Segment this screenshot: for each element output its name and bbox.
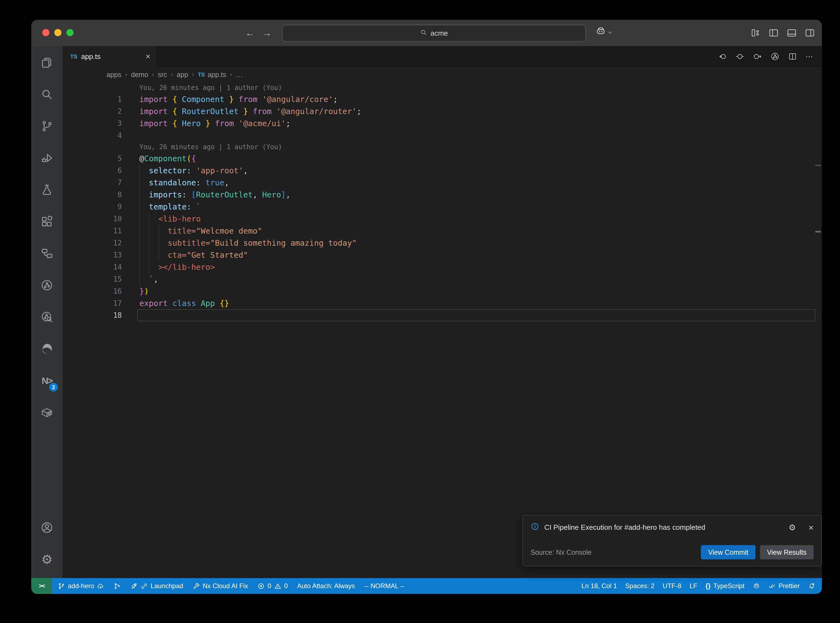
- breadcrumb-item-src[interactable]: src: [158, 71, 167, 79]
- code-line-7[interactable]: 7 standalone: true,: [63, 176, 822, 189]
- account-icon: [40, 521, 54, 534]
- code-line-16[interactable]: 16}): [63, 285, 822, 297]
- typescript-file-icon: TS: [198, 72, 205, 78]
- next-change-button[interactable]: [753, 52, 762, 61]
- vscode-window: ← → acme N>2⚙ TS app.ts ×: [31, 20, 822, 594]
- breadcrumb-item-app[interactable]: app: [177, 71, 188, 79]
- activity-item-project-structure[interactable]: [35, 240, 59, 267]
- status-launchpad[interactable]: Launchpad: [130, 582, 183, 590]
- change-indicator-button[interactable]: [735, 52, 745, 61]
- view-commit-button[interactable]: View Commit: [701, 545, 756, 559]
- code-line-15[interactable]: 15 `,: [63, 273, 822, 285]
- line-number: 2: [63, 107, 122, 115]
- code-line-4[interactable]: 4: [63, 129, 822, 141]
- code-line-8[interactable]: 8 imports: [RouterOutlet, Hero],: [63, 189, 822, 201]
- code-line-6[interactable]: 6 selector: 'app-root',: [63, 164, 822, 176]
- ellipsis-icon: ⋯: [805, 52, 814, 61]
- remote-indicator[interactable]: ><: [31, 578, 52, 594]
- status-branch[interactable]: add-hero: [58, 582, 104, 590]
- code-line-1[interactable]: 1import { Component } from '@angular/cor…: [63, 93, 822, 105]
- activity-item-accounts[interactable]: [35, 514, 59, 541]
- activity-item-search[interactable]: [35, 81, 59, 107]
- tab-app-ts[interactable]: TS app.ts ×: [63, 46, 157, 67]
- extensions-icon: [40, 215, 54, 228]
- forward-icon[interactable]: →: [262, 28, 272, 38]
- view-results-button[interactable]: View Results: [760, 545, 814, 559]
- status-formatter[interactable]: Prettier: [768, 582, 800, 590]
- search-value: acme: [430, 29, 448, 38]
- code-line-14[interactable]: 14 ></lib-hero>: [63, 261, 822, 273]
- minimize-window-button[interactable]: [54, 29, 61, 36]
- close-tab-icon[interactable]: ×: [145, 52, 150, 61]
- activity-item-edge-tools[interactable]: [35, 336, 59, 362]
- toggle-panel-button[interactable]: [786, 28, 797, 38]
- status-encoding[interactable]: UTF-8: [663, 582, 682, 590]
- status-vim-mode[interactable]: -- NORMAL --: [364, 582, 405, 590]
- split-editor-button[interactable]: [788, 52, 797, 61]
- code-line-3[interactable]: 3import { Hero } from '@acme/ui';: [63, 117, 822, 129]
- activity-item-nx-console[interactable]: N>2: [35, 367, 59, 394]
- code-editor[interactable]: You, 26 minutes ago | 1 author (You)1imp…: [63, 82, 822, 578]
- breadcrumb-item--[interactable]: …: [236, 71, 243, 79]
- code-line-10[interactable]: 10 <lib-hero: [63, 213, 822, 225]
- activity-item-extensions[interactable]: [35, 209, 59, 235]
- status-language-mode[interactable]: {}TypeScript: [706, 582, 745, 590]
- line-number: 7: [63, 178, 122, 187]
- status-notifications-bell[interactable]: [808, 582, 815, 590]
- breadcrumb-separator: ›: [152, 71, 154, 78]
- previous-change-button[interactable]: [718, 52, 727, 61]
- breadcrumb-item-apps[interactable]: apps: [106, 71, 121, 79]
- more-actions-button[interactable]: ⋯: [805, 52, 814, 61]
- git-branch-icon: [58, 582, 65, 590]
- code-line-5[interactable]: 5@Component({: [63, 152, 822, 164]
- status-problems[interactable]: 00: [257, 582, 288, 590]
- zoom-window-button[interactable]: [66, 29, 74, 36]
- activity-item-containers[interactable]: [35, 399, 59, 425]
- code-line-2[interactable]: 2import { RouterOutlet } from '@angular/…: [63, 105, 822, 117]
- line-number: 10: [63, 215, 122, 223]
- status-nx-cloud-ai-fix[interactable]: Nx Cloud AI Fix: [193, 582, 248, 590]
- code-line-11[interactable]: 11 title="Welcmoe demo": [63, 225, 822, 237]
- activity-item-nx-run-target[interactable]: [35, 272, 59, 298]
- rocket-icon: [130, 582, 138, 590]
- toggle-primary-sidebar-button[interactable]: [768, 28, 779, 38]
- activity-item-testing[interactable]: [35, 176, 59, 203]
- breadcrumb-separator: ›: [230, 71, 232, 78]
- back-icon[interactable]: ←: [245, 28, 255, 38]
- status-git-graph[interactable]: [114, 582, 121, 590]
- notification-settings-icon[interactable]: ⚙: [788, 523, 796, 532]
- status-eol[interactable]: LF: [690, 582, 697, 590]
- copilot-menu[interactable]: [595, 26, 613, 39]
- activity-item-nx-graph-search[interactable]: [35, 304, 59, 330]
- notification-close-icon[interactable]: ×: [808, 523, 814, 532]
- breadcrumb-item-app-ts[interactable]: TSapp.ts: [198, 71, 226, 79]
- gear-icon: ⚙: [41, 553, 52, 566]
- status-copilot-status[interactable]: [753, 582, 760, 590]
- status-auto-attach[interactable]: Auto Attach: Always: [297, 582, 355, 590]
- line-number: 11: [63, 227, 122, 235]
- line-number: 8: [63, 190, 122, 199]
- beaker-icon: [40, 183, 54, 196]
- code-line-9[interactable]: 9 template: `: [63, 201, 822, 213]
- status-cursor-position[interactable]: Ln 18, Col 1: [581, 582, 617, 590]
- activity-item-settings[interactable]: ⚙: [35, 546, 59, 572]
- activity-item-source-control[interactable]: [35, 113, 59, 139]
- search-input[interactable]: acme: [282, 25, 586, 42]
- circle-prev-icon: [718, 52, 727, 61]
- nx-run-target-button[interactable]: [770, 52, 780, 61]
- breadcrumb-item-demo[interactable]: demo: [131, 71, 148, 79]
- line-number: 1: [63, 95, 122, 103]
- code-line-17[interactable]: 17export class App {}: [63, 297, 822, 309]
- run-circle-icon: [40, 279, 54, 292]
- toggle-secondary-sidebar-button[interactable]: [804, 28, 815, 38]
- activity-item-explorer[interactable]: [35, 49, 59, 76]
- status-indentation[interactable]: Spaces: 2: [625, 582, 654, 590]
- code-line-13[interactable]: 13 cta="Get Started": [63, 249, 822, 261]
- customize-layout-button[interactable]: [750, 28, 761, 38]
- code-line-12[interactable]: 12 subtitle="Build something amazing tod…: [63, 237, 822, 249]
- line-number: 13: [63, 251, 122, 259]
- line-number: 5: [63, 154, 122, 163]
- code-line-18[interactable]: 18: [63, 309, 822, 321]
- close-window-button[interactable]: [42, 29, 49, 36]
- activity-item-run-and-debug[interactable]: [35, 145, 59, 171]
